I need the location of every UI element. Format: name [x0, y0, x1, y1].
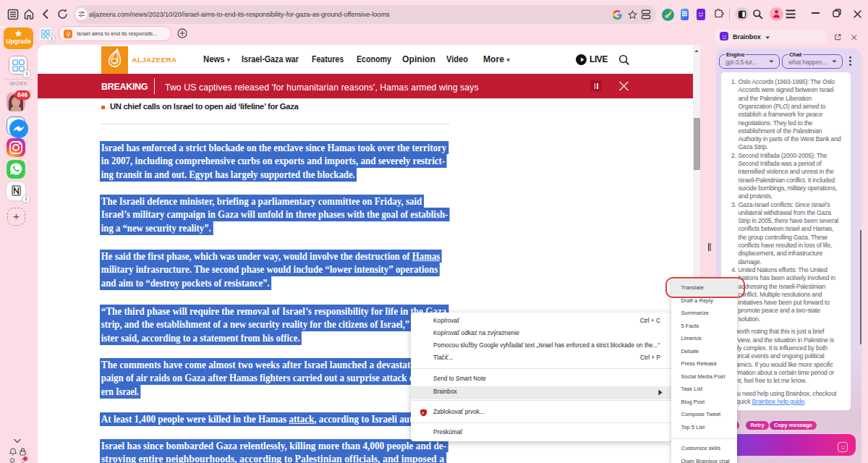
- svg-text:u: u: [422, 412, 424, 415]
